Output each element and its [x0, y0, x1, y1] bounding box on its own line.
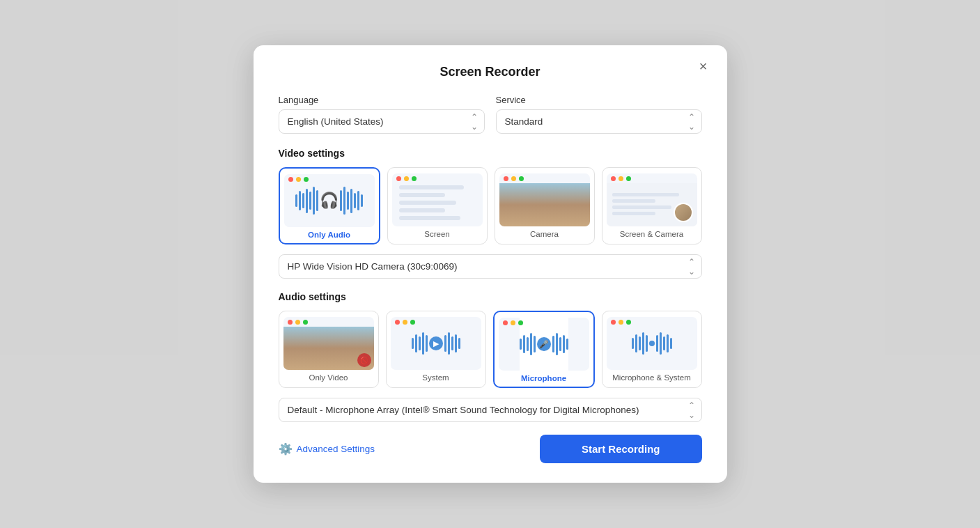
service-select-wrapper: Standard Premium ⌃⌄ — [496, 109, 702, 134]
audio-option-mic-system[interactable]: Microphone & System — [602, 311, 702, 388]
mic-system-dot-icon — [649, 341, 655, 346]
gear-icon: ⚙️ — [279, 442, 293, 456]
audio-option-system[interactable]: ▶ System — [386, 311, 486, 388]
system-preview: ▶ — [391, 317, 481, 370]
mic-system-preview — [607, 317, 697, 370]
start-recording-button[interactable]: Start Recording — [540, 435, 702, 463]
sc-avatar — [674, 203, 693, 222]
video-option-screen-camera[interactable]: Screen & Camera — [602, 167, 702, 244]
win-dots-sys — [391, 317, 419, 325]
camera-device-select[interactable]: HP Wide Vision HD Camera (30c9:0069) — [279, 254, 702, 279]
video-option-screen[interactable]: Screen — [387, 167, 488, 244]
audio-waveform: 🎧 — [293, 174, 366, 227]
only-video-person: 🚫 — [283, 327, 374, 370]
language-select[interactable]: English (United States) Spanish French — [279, 109, 485, 134]
video-options-row: 🎧 Only Audio — [279, 167, 702, 244]
mic-system-waveform — [632, 317, 672, 370]
language-select-wrapper: English (United States) Spanish French ⌃… — [279, 109, 485, 134]
play-icon: ▶ — [429, 336, 443, 350]
only-video-preview: 🚫 — [283, 317, 374, 370]
service-select[interactable]: Standard Premium — [496, 109, 702, 134]
mic-device-select[interactable]: Default - Microphone Array (Intel® Smart… — [279, 398, 702, 422]
mic-system-label: Microphone & System — [607, 373, 697, 382]
language-label: Language — [279, 95, 485, 105]
audio-settings-label: Audio settings — [279, 291, 702, 302]
advanced-settings-button[interactable]: ⚙️ Advanced Settings — [279, 442, 375, 456]
audio-option-microphone[interactable]: 🎤 Microphone — [493, 311, 595, 388]
service-label: Service — [496, 95, 702, 105]
win-dots-camera — [499, 173, 528, 181]
audio-options-row: 🚫 Only Video — [279, 311, 702, 388]
screen-label: Screen — [392, 230, 483, 238]
video-option-only-audio[interactable]: 🎧 Only Audio — [279, 167, 380, 244]
camera-preview — [499, 173, 590, 226]
sc-preview — [607, 183, 697, 226]
screen-recorder-modal: × Screen Recorder Language English (Unit… — [254, 45, 727, 483]
system-label: System — [391, 373, 481, 382]
camera-label: Camera — [499, 230, 590, 238]
modal-footer: ⚙️ Advanced Settings Start Recording — [279, 435, 702, 463]
service-group: Service Standard Premium ⌃⌄ — [496, 95, 702, 134]
video-settings-label: Video settings — [279, 148, 702, 159]
win-dots-ms — [607, 317, 635, 325]
screen-preview — [392, 173, 483, 226]
modal-title: Screen Recorder — [279, 65, 702, 79]
screen-camera-preview — [607, 173, 697, 226]
top-settings-row: Language English (United States) Spanish… — [279, 95, 702, 134]
headphone-icon: 🎧 — [320, 192, 339, 210]
video-option-camera[interactable]: Camera — [495, 167, 595, 244]
modal-backdrop: × Screen Recorder Language English (Unit… — [0, 0, 980, 528]
microphone-label: Microphone — [499, 374, 589, 382]
only-audio-preview: 🎧 — [284, 174, 375, 227]
camera-device-wrapper: HP Wide Vision HD Camera (30c9:0069) ⌃⌄ — [279, 254, 702, 279]
audio-option-only-video[interactable]: 🚫 Only Video — [279, 311, 379, 388]
language-group: Language English (United States) Spanish… — [279, 95, 485, 134]
mic-waveform: 🎤 — [520, 318, 568, 371]
screen-camera-label: Screen & Camera — [607, 230, 697, 238]
win-dots-ov — [283, 317, 312, 325]
win-dots-screen — [392, 173, 421, 181]
microphone-preview: 🎤 — [499, 318, 589, 371]
only-audio-label: Only Audio — [284, 231, 375, 239]
camera-person — [499, 183, 590, 226]
screen-lines — [392, 173, 483, 226]
close-button[interactable]: × — [694, 56, 713, 76]
win-dots-sc — [607, 173, 635, 181]
only-video-label: Only Video — [283, 373, 374, 382]
system-waveform: ▶ — [409, 317, 463, 370]
win-dots-mic — [499, 318, 527, 325]
mic-icon: 🎤 — [537, 337, 551, 351]
mute-badge: 🚫 — [357, 353, 371, 367]
win-dots-audio — [284, 174, 313, 182]
mic-device-wrapper: Default - Microphone Array (Intel® Smart… — [279, 398, 702, 422]
